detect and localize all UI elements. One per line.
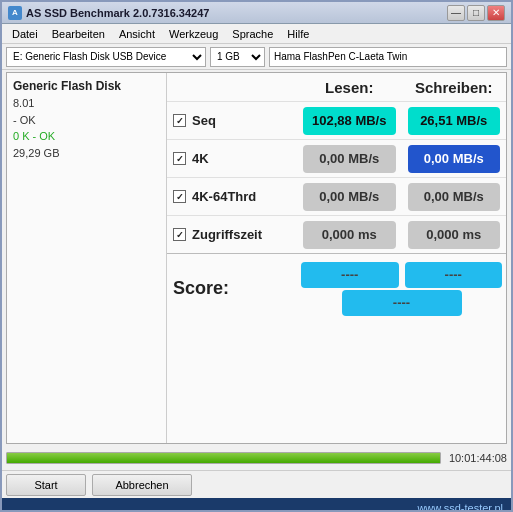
menu-hilfe[interactable]: Hilfe <box>281 26 315 42</box>
menu-werkzeug[interactable]: Werkzeug <box>163 26 224 42</box>
title-bar-left: A AS SSD Benchmark 2.0.7316.34247 <box>8 6 209 20</box>
progress-bar-inner <box>7 453 440 463</box>
bench-table: Lesen: Schreiben: ✓ Seq 102,88 MB/s 26,5… <box>167 73 506 443</box>
progress-bar-outer <box>6 452 441 464</box>
score-read: ---- <box>301 262 399 288</box>
menu-ansicht[interactable]: Ansicht <box>113 26 161 42</box>
main-window: A AS SSD Benchmark 2.0.7316.34247 — □ ✕ … <box>0 0 513 512</box>
title-bar-controls: — □ ✕ <box>447 5 505 21</box>
bench-label-seq: ✓ Seq <box>167 113 297 128</box>
bench-label-4k: ✓ 4K <box>167 151 297 166</box>
bottom-bar: Start Abbrechen <box>2 470 511 498</box>
cancel-button[interactable]: Abbrechen <box>92 474 192 496</box>
menu-sprache[interactable]: Sprache <box>226 26 279 42</box>
right-panel: Lesen: Schreiben: ✓ Seq 102,88 MB/s 26,5… <box>167 73 506 443</box>
device-select[interactable]: E: Generic Flash Disk USB Device <box>6 47 206 67</box>
bench-4k-write: 0,00 MB/s <box>408 145 501 173</box>
disk-name: Generic Flash Disk <box>13 79 160 93</box>
bench-4k64-write: 0,00 MB/s <box>408 183 501 211</box>
main-content: Generic Flash Disk 8.01 - OK 0 K - OK 29… <box>6 72 507 444</box>
score-row-top: ---- ---- <box>301 262 502 288</box>
toolbar: E: Generic Flash Disk USB Device 1 GB Ha… <box>2 44 511 70</box>
bench-header-label <box>167 73 297 101</box>
bench-row-4k: ✓ 4K 0,00 MB/s 0,00 MB/s <box>167 139 506 177</box>
bench-seq-read: 102,88 MB/s <box>303 107 396 135</box>
left-panel: Generic Flash Disk 8.01 - OK 0 K - OK 29… <box>7 73 167 443</box>
score-write: ---- <box>405 262 503 288</box>
bench-4k-read: 0,00 MB/s <box>303 145 396 173</box>
minimize-button[interactable]: — <box>447 5 465 21</box>
maximize-button[interactable]: □ <box>467 5 485 21</box>
progress-section: 10:01:44:08 <box>6 446 507 470</box>
score-total: ---- <box>342 290 462 316</box>
app-icon: A <box>8 6 22 20</box>
menu-datei[interactable]: Datei <box>6 26 44 42</box>
device-name-display: Hama FlashPen C-Laeta Twin <box>269 47 507 67</box>
score-section: Score: ---- ---- ---- <box>167 253 506 323</box>
checkbox-4k[interactable]: ✓ <box>173 152 186 165</box>
checkbox-access[interactable]: ✓ <box>173 228 186 241</box>
bench-row-4k64: ✓ 4K-64Thrd 0,00 MB/s 0,00 MB/s <box>167 177 506 215</box>
bench-header-write: Schreiben: <box>402 73 507 101</box>
checkbox-seq[interactable]: ✓ <box>173 114 186 127</box>
app-title: AS SSD Benchmark 2.0.7316.34247 <box>26 7 209 19</box>
menu-bearbeiten[interactable]: Bearbeiten <box>46 26 111 42</box>
bench-header: Lesen: Schreiben: <box>167 73 506 101</box>
start-button[interactable]: Start <box>6 474 86 496</box>
bench-row-seq: ✓ Seq 102,88 MB/s 26,51 MB/s <box>167 101 506 139</box>
score-row-bottom: ---- <box>301 290 502 316</box>
bench-header-read: Lesen: <box>297 73 402 101</box>
watermark-text: www.ssd-tester.pl <box>417 502 503 512</box>
title-bar: A AS SSD Benchmark 2.0.7316.34247 — □ ✕ <box>2 2 511 24</box>
bench-seq-write: 26,51 MB/s <box>408 107 501 135</box>
disk-status1: - OK <box>13 112 160 129</box>
size-select[interactable]: 1 GB <box>210 47 265 67</box>
score-label: Score: <box>167 278 297 299</box>
watermark-bar: www.ssd-tester.pl <box>2 498 511 512</box>
bench-4k64-read: 0,00 MB/s <box>303 183 396 211</box>
bench-label-4k64: ✓ 4K-64Thrd <box>167 189 297 204</box>
score-cells: ---- ---- ---- <box>297 258 506 320</box>
checkbox-4k64[interactable]: ✓ <box>173 190 186 203</box>
disk-size: 29,29 GB <box>13 145 160 162</box>
disk-status2: 0 K - OK <box>13 128 160 145</box>
bench-row-access: ✓ Zugriffszeit 0,000 ms 0,000 ms <box>167 215 506 253</box>
menu-bar: Datei Bearbeiten Ansicht Werkzeug Sprach… <box>2 24 511 44</box>
disk-version: 8.01 <box>13 95 160 112</box>
timestamp: 10:01:44:08 <box>449 452 507 464</box>
bench-access-write: 0,000 ms <box>408 221 501 249</box>
close-button[interactable]: ✕ <box>487 5 505 21</box>
bench-access-read: 0,000 ms <box>303 221 396 249</box>
bench-label-access: ✓ Zugriffszeit <box>167 227 297 242</box>
